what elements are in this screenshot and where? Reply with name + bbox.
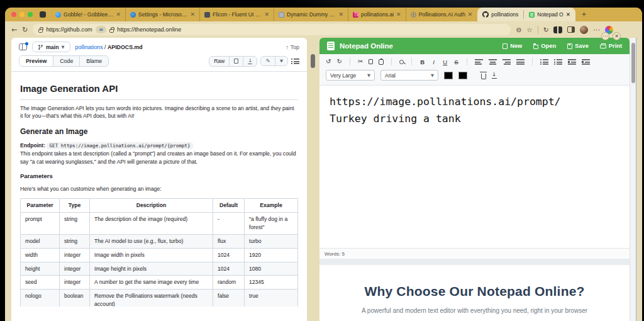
copy-button[interactable] xyxy=(230,57,243,66)
branch-selector[interactable]: main ▼ xyxy=(32,42,70,52)
edit-dropdown-button[interactable]: ▼ xyxy=(275,57,287,65)
table-row: seedintegerA number to get the same imag… xyxy=(21,276,298,290)
open-button[interactable]: Open xyxy=(533,43,556,49)
italic-button[interactable]: I xyxy=(431,59,436,65)
font-size-select[interactable]: Very Large▼ xyxy=(326,70,375,81)
close-window-button[interactable] xyxy=(11,12,16,17)
tab-title: Dynamic Dummy Image Gener xyxy=(287,11,336,18)
sidebar-toggle-icon[interactable] xyxy=(19,43,27,50)
editor-toolbar: ↺ ↻ ✂ B I U S xyxy=(319,54,630,86)
close-tab-icon[interactable]: ✕ xyxy=(396,11,401,18)
paste-icon[interactable] xyxy=(379,59,384,65)
highlight-color-swatch[interactable] xyxy=(458,72,467,79)
close-tab-icon[interactable]: ✕ xyxy=(264,11,269,18)
split-view-icon[interactable] xyxy=(553,26,562,33)
scrollbar-thumb[interactable] xyxy=(631,43,635,83)
minimize-window-button[interactable] xyxy=(19,12,25,17)
tab-flicon[interactable]: Flicon - Fluent UI Icon Search ✕ xyxy=(199,8,274,21)
lock-icon xyxy=(109,29,114,33)
outdent-icon[interactable] xyxy=(568,59,576,65)
font-family-select[interactable]: Arial▼ xyxy=(380,70,438,81)
pane-resize-handle[interactable] xyxy=(311,54,315,68)
download-text-icon[interactable]: ↓ xyxy=(492,72,497,79)
outline-list-icon[interactable] xyxy=(291,58,299,64)
print-button[interactable]: Print xyxy=(600,43,622,49)
align-left-icon[interactable] xyxy=(475,59,483,65)
file-actions: Raw ↓ ✎ ▼ xyxy=(209,56,299,67)
doc-section-parameters: Parameters xyxy=(20,172,298,181)
profile-avatar[interactable] xyxy=(580,26,588,34)
copy-icon[interactable] xyxy=(369,59,373,64)
back-icon[interactable]: ← xyxy=(11,26,17,33)
clear-trash-icon[interactable] xyxy=(481,74,486,79)
text-color-swatch[interactable] xyxy=(444,72,453,79)
tab-gobble[interactable]: Gobble! - Gobblee - All Docum ✕ xyxy=(51,8,125,21)
close-tab-icon[interactable]: ✕ xyxy=(190,11,195,18)
active-split-tab[interactable]: pollinations Notepad O ✕ xyxy=(477,8,575,21)
underline-button[interactable]: U xyxy=(442,59,448,65)
close-tab-icon[interactable]: ✕ xyxy=(566,11,570,18)
tab-code[interactable]: Code xyxy=(53,56,80,66)
new-tab-button[interactable]: + xyxy=(582,10,586,19)
table-header-row: Parameter Type Description Default Examp… xyxy=(21,199,298,213)
search-icon[interactable] xyxy=(399,60,404,64)
copy-icon xyxy=(234,59,238,64)
bold-button[interactable]: B xyxy=(419,59,425,65)
save-button[interactable]: Save xyxy=(567,43,589,49)
align-center-icon[interactable] xyxy=(489,59,497,65)
breadcrumb-repo-link[interactable]: pollinations xyxy=(75,44,103,50)
tab-dummy-image[interactable]: Dynamic Dummy Image Gener ✕ xyxy=(274,8,348,21)
pane-close-icon[interactable]: ✕ xyxy=(613,32,621,40)
pane-more-icon[interactable]: ⋯ xyxy=(601,32,609,40)
download-button[interactable]: ↓ xyxy=(243,57,257,66)
tab-title: Pollinations.AI Auth xyxy=(419,11,465,18)
tab-preview[interactable]: Preview xyxy=(19,56,53,66)
split-tab-title: pollinations xyxy=(491,11,518,18)
refresh-icon[interactable]: ↻ xyxy=(543,26,549,33)
table-row: nologobooleanRemove the Pollinations wat… xyxy=(21,290,298,307)
side-panel-icon[interactable] xyxy=(567,26,575,33)
close-tab-icon[interactable]: ✕ xyxy=(338,11,343,18)
notepad-header: Notepad Online New Open Save Print xyxy=(319,38,630,54)
align-right-icon[interactable] xyxy=(502,59,511,65)
strikethrough-button[interactable]: S xyxy=(453,59,459,65)
url-notepad[interactable]: https://thenotepad.online xyxy=(117,26,181,33)
reload-icon[interactable]: ↻ xyxy=(22,26,28,33)
bullet-list-icon[interactable] xyxy=(540,59,548,65)
align-justify-icon[interactable] xyxy=(516,59,525,65)
promo-section: Why Choose Our Notepad Online? A powerfu… xyxy=(319,265,630,321)
toolbar-divider xyxy=(538,26,538,34)
tab-pollinations-ai[interactable]: pollinations.ai ✕ xyxy=(348,8,406,21)
cut-icon[interactable]: ✂ xyxy=(358,59,363,65)
undo-icon[interactable]: ↺ xyxy=(326,59,331,65)
notepad-logo-icon xyxy=(327,42,335,50)
lock-icon xyxy=(38,29,43,33)
more-menu-icon[interactable]: ⋯ xyxy=(593,26,600,33)
split-tab-github[interactable]: pollinations xyxy=(477,8,523,21)
tab-m365-settings[interactable]: Settings - Microsoft 365 admin ✕ xyxy=(125,8,199,21)
close-tab-icon[interactable]: ✕ xyxy=(468,11,473,18)
numbered-list-icon[interactable] xyxy=(554,59,562,65)
address-bar[interactable]: https://github.com ∞ https://thenotepad.… xyxy=(33,24,511,35)
url-github[interactable]: https://github.com xyxy=(46,26,92,33)
bookmark-star-icon[interactable]: ☆ xyxy=(526,26,532,33)
back-to-top-link[interactable]: ↑ Top xyxy=(286,44,299,50)
pane-divider xyxy=(307,38,319,321)
fullscreen-window-button[interactable] xyxy=(28,12,33,17)
new-button[interactable]: New xyxy=(502,43,522,49)
raw-button[interactable]: Raw xyxy=(209,57,230,66)
edit-button[interactable]: ✎ xyxy=(261,57,275,65)
tab-blame[interactable]: Blame xyxy=(80,56,108,66)
split-tab-notepad[interactable]: Notepad O ✕ xyxy=(524,8,575,21)
tab-overview-icon[interactable] xyxy=(40,11,46,18)
zoom-out-icon[interactable]: ⊖ xyxy=(516,26,521,33)
close-tab-icon[interactable]: ✕ xyxy=(116,11,121,18)
gobble-favicon-icon xyxy=(55,12,61,18)
open-folder-icon xyxy=(533,45,538,49)
github-file-toolbar: Preview Code Blame Raw ↓ ✎ ▼ xyxy=(11,55,307,72)
indent-icon[interactable] xyxy=(582,59,590,65)
notepad-scrollbar[interactable] xyxy=(630,38,636,321)
text-editor[interactable]: https://image.pollinations.ai/prompt/ Tu… xyxy=(319,86,630,248)
redo-icon[interactable]: ↻ xyxy=(336,59,341,65)
tab-pollinations-auth[interactable]: Pollinations.AI Auth ✕ xyxy=(406,8,477,21)
